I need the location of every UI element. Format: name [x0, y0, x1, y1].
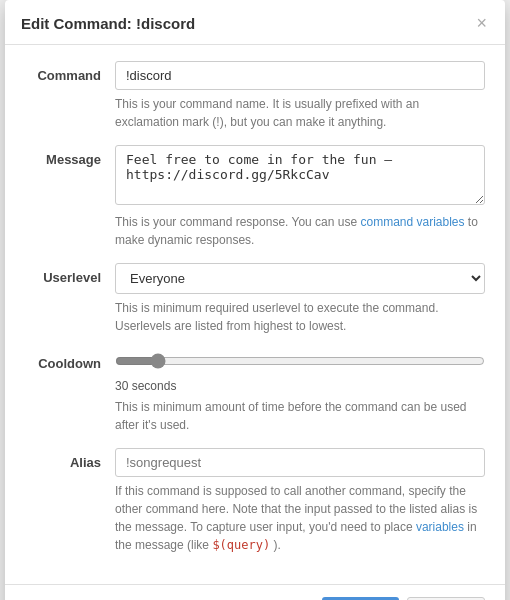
close-button[interactable]: × [474, 14, 489, 32]
alias-code-var: $(query) [212, 538, 270, 552]
userlevel-select[interactable]: Everyone Subscriber Regular Moderator Ed… [115, 263, 485, 294]
modal-body: Command This is your command name. It is… [5, 45, 505, 584]
userlevel-row: Userlevel Everyone Subscriber Regular Mo… [25, 263, 485, 335]
command-input[interactable] [115, 61, 485, 90]
userlevel-help: This is minimum required userlevel to ex… [115, 299, 485, 335]
alias-content: If this command is supposed to call anot… [115, 448, 485, 554]
alias-label: Alias [25, 448, 115, 470]
userlevel-content: Everyone Subscriber Regular Moderator Ed… [115, 263, 485, 335]
alias-help: If this command is supposed to call anot… [115, 482, 485, 554]
modal-title: Edit Command: !discord [21, 15, 195, 32]
cooldown-content: 30 seconds This is minimum amount of tim… [115, 349, 485, 434]
modal-header: Edit Command: !discord × [5, 0, 505, 45]
alias-help-end: ). [270, 538, 281, 552]
alias-input[interactable] [115, 448, 485, 477]
variables-link[interactable]: variables [416, 520, 464, 534]
command-label: Command [25, 61, 115, 83]
message-row: Message This is your command response. Y… [25, 145, 485, 249]
message-label: Message [25, 145, 115, 167]
modal-footer: Submit Cancel [5, 584, 505, 600]
edit-command-modal: Edit Command: !discord × Command This is… [5, 0, 505, 600]
cooldown-row: Cooldown 30 seconds This is minimum amou… [25, 349, 485, 434]
command-content: This is your command name. It is usually… [115, 61, 485, 131]
cooldown-slider[interactable] [115, 353, 485, 369]
message-content: This is your command response. You can u… [115, 145, 485, 249]
message-textarea[interactable] [115, 145, 485, 205]
userlevel-label: Userlevel [25, 263, 115, 285]
slider-wrap [115, 349, 485, 376]
message-help-prefix: This is your command response. You can u… [115, 215, 360, 229]
alias-row: Alias If this command is supposed to cal… [25, 448, 485, 554]
message-help: This is your command response. You can u… [115, 213, 485, 249]
cooldown-value: 30 seconds [115, 379, 485, 393]
command-help: This is your command name. It is usually… [115, 95, 485, 131]
cooldown-label: Cooldown [25, 349, 115, 371]
cooldown-help: This is minimum amount of time before th… [115, 398, 485, 434]
command-row: Command This is your command name. It is… [25, 61, 485, 131]
command-variables-link[interactable]: command variables [360, 215, 464, 229]
